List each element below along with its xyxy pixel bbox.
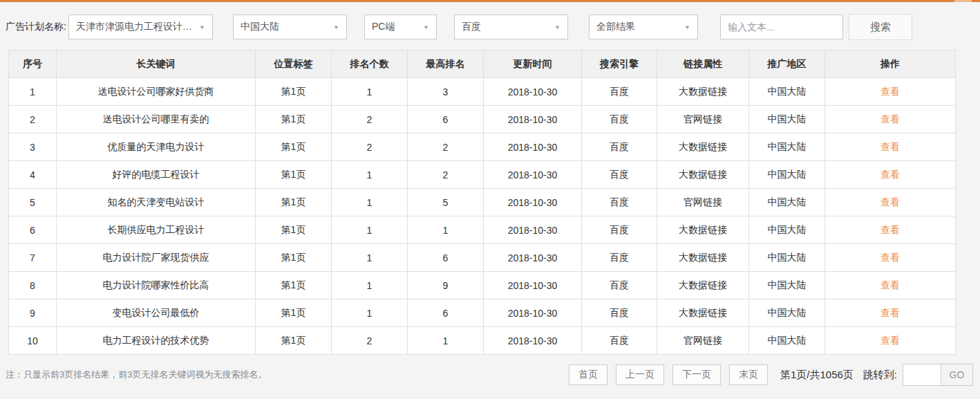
cell-keyword: 长期供应电力工程设计 — [57, 216, 256, 244]
page-info: 第1页/共1056页 — [780, 369, 854, 382]
table-row: 4 好评的电缆工程设计 第1页 1 2 2018-10-30 百度 大数据链接 … — [9, 161, 956, 189]
search-button[interactable]: 搜索 — [849, 14, 912, 40]
cell-rank-count: 2 — [332, 106, 408, 133]
cell-link-attr: 官网链接 — [657, 327, 749, 355]
view-link[interactable]: 查看 — [880, 252, 900, 263]
go-button[interactable]: GO — [941, 364, 973, 386]
view-link[interactable]: 查看 — [880, 169, 900, 180]
result-filter-select[interactable]: 全部结果 ▼ — [589, 15, 698, 39]
view-link[interactable]: 查看 — [880, 279, 900, 290]
cell-action: 查看 — [825, 272, 956, 299]
cell-action: 查看 — [825, 133, 956, 161]
cell-best-rank: 1 — [408, 216, 484, 244]
cell-best-rank: 2 — [408, 161, 484, 189]
cell-index: 3 — [9, 133, 57, 161]
cell-update-time: 2018-10-30 — [484, 299, 582, 327]
cell-index: 4 — [9, 161, 57, 189]
cell-search-engine: 百度 — [582, 272, 657, 299]
cell-keyword: 电力设计院哪家性价比高 — [57, 272, 256, 299]
cell-best-rank: 9 — [408, 272, 484, 299]
accent-light-segment — [954, 0, 972, 2]
cell-promo-region: 中国大陆 — [749, 161, 825, 189]
top-accent-bar — [0, 0, 980, 2]
table-row: 9 变电设计公司最低价 第1页 1 6 2018-10-30 百度 大数据链接 … — [9, 299, 956, 327]
device-select-value: PC端 — [372, 21, 395, 33]
cell-position-tag: 第1页 — [256, 216, 332, 244]
cell-promo-region: 中国大陆 — [749, 216, 825, 244]
cell-best-rank: 6 — [408, 299, 484, 327]
view-link[interactable]: 查看 — [880, 113, 900, 124]
cell-link-attr: 大数据链接 — [657, 244, 749, 272]
view-link[interactable]: 查看 — [880, 141, 900, 152]
next-page-button[interactable]: 下一页 — [672, 364, 721, 385]
cell-position-tag: 第1页 — [256, 78, 332, 106]
cell-index: 1 — [9, 78, 57, 106]
region-select[interactable]: 中国大陆 ▼ — [233, 15, 347, 39]
device-select[interactable]: PC端 ▼ — [364, 15, 437, 39]
cell-action: 查看 — [825, 161, 956, 189]
last-page-button[interactable]: 末页 — [729, 364, 768, 385]
cell-index: 10 — [9, 327, 57, 355]
cell-position-tag: 第1页 — [256, 327, 332, 355]
chevron-down-icon: ▼ — [684, 24, 690, 30]
cell-update-time: 2018-10-30 — [484, 106, 582, 133]
cell-position-tag: 第1页 — [256, 161, 332, 189]
cell-keyword: 电力工程设计的技术优势 — [57, 327, 256, 355]
col-header-action: 操作 — [825, 50, 956, 78]
first-page-button[interactable]: 首页 — [569, 364, 607, 385]
cell-search-engine: 百度 — [582, 106, 657, 133]
keyword-rank-table: 序号 长关键词 位置标签 排名个数 最高排名 更新时间 搜索引擎 链接属性 推广… — [8, 50, 956, 355]
table-row: 3 优质量的天津电力设计 第1页 2 2 2018-10-30 百度 大数据链接… — [9, 133, 956, 161]
result-filter-select-value: 全部结果 — [596, 21, 635, 33]
cell-promo-region: 中国大陆 — [749, 299, 825, 327]
table-header-row: 序号 长关键词 位置标签 排名个数 最高排名 更新时间 搜索引擎 链接属性 推广… — [9, 50, 956, 78]
prev-page-button[interactable]: 上一页 — [616, 364, 664, 385]
region-select-value: 中国大陆 — [241, 21, 279, 33]
cell-rank-count: 1 — [332, 189, 408, 216]
cell-search-engine: 百度 — [582, 216, 657, 244]
col-header-best-rank: 最高排名 — [408, 50, 484, 78]
chevron-down-icon: ▼ — [333, 24, 339, 30]
cell-link-attr: 大数据链接 — [657, 78, 749, 106]
chevron-down-icon: ▼ — [423, 24, 429, 30]
cell-promo-region: 中国大陆 — [749, 106, 825, 133]
cell-rank-count: 2 — [332, 133, 408, 161]
keyword-search-input[interactable] — [720, 15, 843, 39]
cell-search-engine: 百度 — [582, 299, 657, 327]
cell-promo-region: 中国大陆 — [749, 133, 825, 161]
footnote: 注：只显示前3页排名结果，前3页无排名关键词视为无搜索排名。 — [6, 369, 267, 381]
search-engine-select[interactable]: 百度 ▼ — [454, 15, 568, 39]
cell-search-engine: 百度 — [582, 133, 657, 161]
jump-label: 跳转到: — [863, 369, 897, 382]
view-link[interactable]: 查看 — [880, 86, 900, 97]
jump-page-input[interactable] — [903, 364, 941, 386]
pagination: 首页 上一页 下一页 末页 第1页/共1056页 跳转到: GO — [569, 364, 973, 386]
cell-search-engine: 百度 — [582, 189, 657, 216]
cell-rank-count: 2 — [332, 327, 408, 355]
cell-position-tag: 第1页 — [256, 189, 332, 216]
cell-index: 5 — [9, 189, 57, 216]
cell-update-time: 2018-10-30 — [484, 189, 582, 216]
col-header-rank-count: 排名个数 — [332, 50, 408, 78]
table-row: 5 知名的天津变电站设计 第1页 1 5 2018-10-30 百度 官网链接 … — [9, 189, 956, 216]
col-header-link-attr: 链接属性 — [657, 50, 749, 78]
view-link[interactable]: 查看 — [880, 307, 900, 318]
cell-rank-count: 1 — [332, 216, 408, 244]
cell-keyword: 送电设计公司哪里有卖的 — [57, 106, 256, 133]
cell-update-time: 2018-10-30 — [484, 272, 582, 299]
col-header-position-tag: 位置标签 — [256, 50, 332, 78]
view-link[interactable]: 查看 — [880, 335, 900, 346]
col-header-promo-region: 推广地区 — [749, 50, 825, 78]
cell-keyword: 电力设计院厂家现货供应 — [57, 244, 256, 272]
view-link[interactable]: 查看 — [880, 196, 900, 207]
cell-position-tag: 第1页 — [256, 272, 332, 299]
plan-select[interactable]: 天津市津源电力工程设计有限... ▼ — [68, 15, 213, 39]
cell-best-rank: 6 — [408, 106, 484, 133]
cell-update-time: 2018-10-30 — [484, 133, 582, 161]
table-row: 8 电力设计院哪家性价比高 第1页 1 9 2018-10-30 百度 大数据链… — [9, 272, 956, 299]
cell-best-rank: 6 — [408, 244, 484, 272]
cell-position-tag: 第1页 — [256, 299, 332, 327]
plan-select-value: 天津市津源电力工程设计有限... — [76, 21, 194, 33]
view-link[interactable]: 查看 — [880, 224, 900, 235]
cell-update-time: 2018-10-30 — [484, 161, 582, 189]
